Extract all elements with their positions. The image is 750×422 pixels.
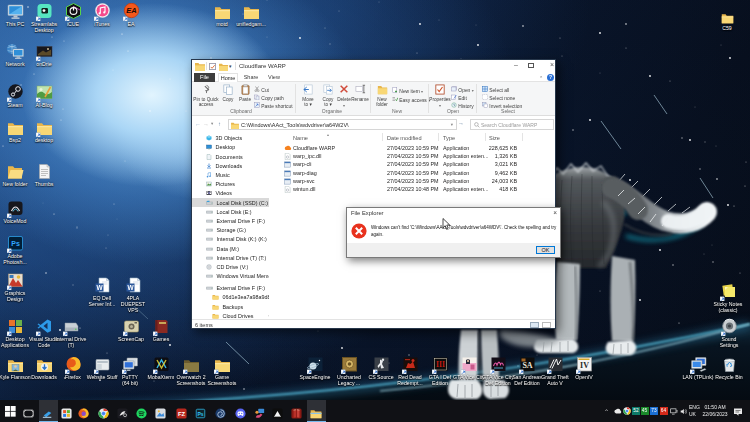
svg-text:IV: IV [580, 361, 589, 370]
svg-text:EA: EA [126, 6, 136, 15]
svg-text:W: W [127, 284, 134, 291]
svg-text:III: III [436, 360, 445, 369]
svg-text:FZ: FZ [177, 411, 185, 417]
svg-text:W: W [96, 284, 103, 291]
svg-text:SA: SA [522, 361, 532, 370]
svg-text:Ps: Ps [197, 411, 203, 417]
svg-text:Ps: Ps [11, 240, 20, 247]
